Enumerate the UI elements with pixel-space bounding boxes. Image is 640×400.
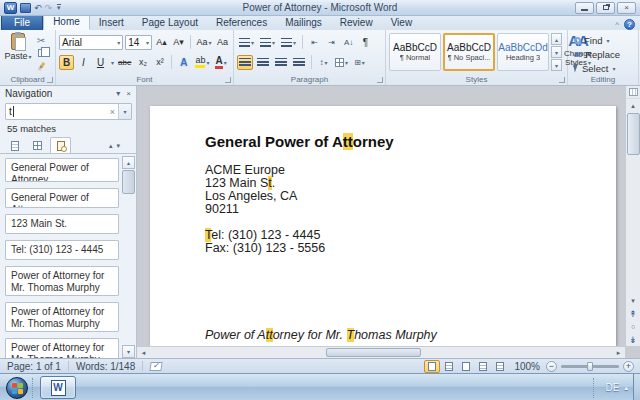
grow-font-button[interactable]: A▴: [154, 35, 169, 50]
search-result-item[interactable]: Tel: (310) 123 - 4445: [5, 240, 119, 260]
style-heading-3[interactable]: AaBbCcDd Heading 3: [497, 33, 549, 71]
zoom-slider-thumb[interactable]: [587, 362, 593, 371]
tab-review[interactable]: Review: [331, 16, 382, 30]
results-scroll-up-icon[interactable]: ▴: [122, 156, 135, 169]
start-button[interactable]: [6, 377, 28, 399]
redo-icon[interactable]: ↷: [45, 2, 53, 14]
clipboard-dialog-launcher-icon[interactable]: [47, 77, 53, 83]
horizontal-scroll-thumb[interactable]: [326, 348, 421, 357]
proofing-status-icon[interactable]: [150, 362, 163, 371]
zoom-in-icon[interactable]: +: [623, 361, 634, 372]
show-paragraph-marks-button[interactable]: ¶: [358, 35, 373, 50]
font-color-button[interactable]: A▾: [213, 55, 228, 70]
tab-home[interactable]: Home: [43, 14, 90, 30]
ruler-toggle-button[interactable]: [626, 86, 640, 99]
styles-scroll-up-icon[interactable]: ▴: [551, 33, 562, 45]
search-result-item[interactable]: Power of Attorney for Mr. Thomas Murphy: [5, 266, 119, 296]
search-clear-icon[interactable]: ×: [107, 107, 118, 117]
search-result-item[interactable]: General Power of Attorney: [5, 188, 119, 208]
font-size-combobox[interactable]: 14▾: [125, 35, 152, 50]
next-page-icon[interactable]: ↡: [626, 333, 640, 346]
print-layout-view-button[interactable]: [424, 360, 440, 373]
format-painter-button[interactable]: [33, 61, 49, 73]
borders-button[interactable]: ⊞▾: [352, 55, 367, 70]
align-left-button[interactable]: [237, 55, 253, 70]
show-hidden-icons[interactable]: ▴: [624, 384, 628, 392]
bold-button[interactable]: B: [59, 55, 74, 70]
numbering-button[interactable]: ▾: [258, 35, 277, 50]
previous-page-icon[interactable]: ↟: [626, 307, 640, 320]
font-family-combobox[interactable]: Arial▾: [59, 35, 123, 50]
align-center-button[interactable]: [255, 55, 271, 70]
undo-icon[interactable]: ↶: [34, 2, 42, 14]
styles-dialog-launcher-icon[interactable]: [559, 77, 565, 83]
fullscreen-reading-view-button[interactable]: [441, 360, 457, 373]
paragraph-dialog-launcher-icon[interactable]: [377, 77, 383, 83]
strikethrough-button[interactable]: abe: [116, 55, 133, 70]
results-scroll-down-icon[interactable]: ▾: [122, 345, 135, 358]
tab-browse-headings[interactable]: [4, 137, 25, 153]
increase-indent-button[interactable]: ⇥: [324, 35, 339, 50]
zoom-out-icon[interactable]: −: [546, 361, 557, 372]
zoom-slider[interactable]: [561, 365, 619, 368]
save-icon[interactable]: [20, 3, 31, 13]
web-layout-view-button[interactable]: [458, 360, 474, 373]
clear-formatting-button[interactable]: Aa: [215, 35, 230, 50]
replace-button[interactable]: ab Replace: [571, 47, 635, 61]
shading-button[interactable]: ▾: [333, 55, 350, 70]
copy-button[interactable]: [33, 47, 49, 59]
search-result-item[interactable]: General Power of Attorney: [5, 158, 119, 182]
bullets-button[interactable]: ▾: [237, 35, 256, 50]
underline-button[interactable]: U: [93, 55, 108, 70]
document-page[interactable]: General Power of Attorney ACME Europe 12…: [150, 106, 616, 346]
search-result-item[interactable]: Power of Attorney for Mr. Thomas Murphy: [5, 338, 119, 358]
search-result-item[interactable]: Power of Attorney for Mr. Thomas Murphy: [5, 302, 119, 332]
tab-file[interactable]: File: [1, 15, 43, 30]
scroll-up-icon[interactable]: ▴: [626, 99, 640, 112]
minimize-ribbon-icon[interactable]: ^: [615, 20, 619, 29]
tab-view[interactable]: View: [382, 16, 422, 30]
outline-view-button[interactable]: [475, 360, 491, 373]
navigation-options-icon[interactable]: ▾: [116, 89, 120, 98]
decrease-indent-button[interactable]: ⇤: [307, 35, 322, 50]
style-normal[interactable]: AaBbCcD ¶ Normal: [389, 33, 441, 71]
justify-button[interactable]: [291, 55, 307, 70]
change-case-button[interactable]: Aa▾: [195, 35, 213, 50]
styles-scroll-down-icon[interactable]: ▾: [551, 46, 562, 58]
tab-browse-results[interactable]: [50, 137, 71, 153]
style-no-spacing[interactable]: AaBbCcD ¶ No Spaci...: [443, 33, 495, 71]
font-dialog-launcher-icon[interactable]: [225, 77, 231, 83]
previous-result-icon[interactable]: ▴: [109, 142, 113, 150]
select-browse-object-icon[interactable]: ○: [626, 320, 640, 333]
page-indicator[interactable]: Page: 1 of 1: [0, 361, 68, 372]
next-result-icon[interactable]: ▾: [116, 142, 120, 150]
paste-dropdown-icon[interactable]: ▾: [29, 54, 32, 60]
word-logo-icon[interactable]: W: [4, 2, 17, 14]
text-effects-button[interactable]: A: [176, 55, 191, 70]
align-right-button[interactable]: [273, 55, 289, 70]
text-highlight-button[interactable]: ab▾: [193, 55, 211, 70]
tab-browse-pages[interactable]: [27, 137, 48, 153]
subscript-button[interactable]: x₂: [135, 55, 150, 70]
select-button[interactable]: Select▾: [571, 61, 635, 75]
draft-view-button[interactable]: [492, 360, 508, 373]
scroll-right-icon[interactable]: ▸: [612, 347, 625, 359]
close-button[interactable]: ×: [617, 2, 636, 14]
styles-more-icon[interactable]: ▾: [551, 59, 562, 71]
word-taskbar-button[interactable]: W: [40, 376, 76, 399]
underline-dropdown-icon[interactable]: ▾: [111, 59, 114, 66]
superscript-button[interactable]: x²: [152, 55, 167, 70]
sort-button[interactable]: A↓: [341, 35, 356, 50]
restore-button[interactable]: [596, 2, 615, 14]
show-desktop-button[interactable]: [633, 374, 640, 400]
shrink-font-button[interactable]: A▾: [171, 35, 186, 50]
find-button[interactable]: Find▾: [571, 33, 635, 47]
language-indicator[interactable]: DE: [606, 382, 620, 393]
navigation-close-icon[interactable]: ×: [126, 89, 131, 98]
scroll-left-icon[interactable]: ◂: [137, 347, 150, 359]
paste-button[interactable]: Paste▾: [3, 32, 33, 73]
tab-page-layout[interactable]: Page Layout: [133, 16, 207, 30]
search-options-dropdown-icon[interactable]: ▾: [118, 104, 131, 119]
cut-button[interactable]: ✂: [33, 34, 49, 46]
tab-references[interactable]: References: [207, 16, 276, 30]
